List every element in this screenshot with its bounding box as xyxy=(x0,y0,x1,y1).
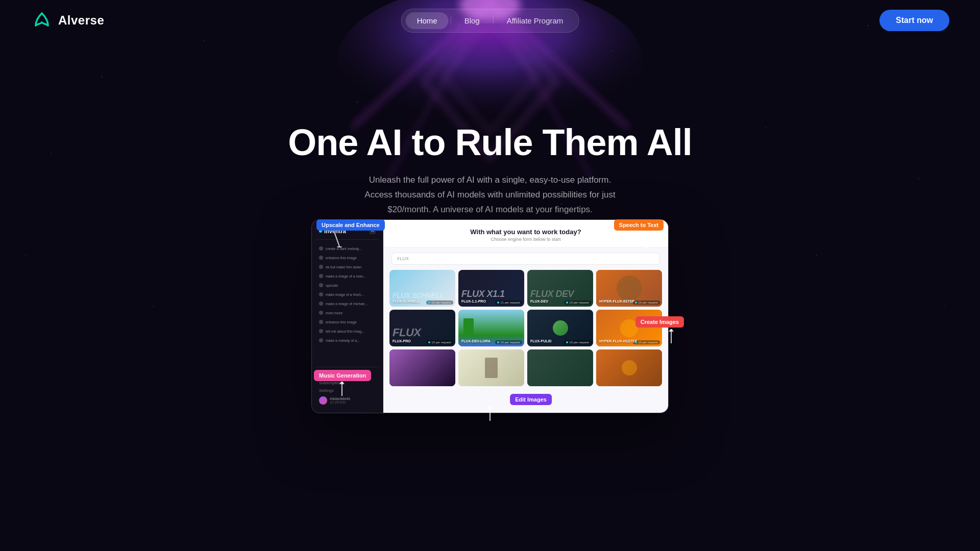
hero-subtitle: Unleash the full power of AI with a sing… xyxy=(362,173,618,217)
model-grid: FLUX SCHNELL FLUX-SCHNELL 10 per request… xyxy=(383,270,668,392)
chat-icon xyxy=(319,246,323,251)
sidebar-item[interactable]: upscale xyxy=(316,282,379,289)
chat-icon xyxy=(319,265,323,269)
search-input[interactable]: FLUX xyxy=(391,253,660,265)
sidebar-item[interactable]: create a dark melody... xyxy=(316,245,379,252)
svg-marker-11 xyxy=(669,329,674,332)
chat-icon xyxy=(319,338,323,342)
model-card-row3c[interactable] xyxy=(527,349,593,386)
nav-divider-1 xyxy=(451,16,451,24)
model-card-flux-11-pro[interactable]: FLUX X1.1 FLUX-1.1-PRO 11 per request xyxy=(458,270,524,307)
sidebar-item[interactable]: make image of a fresh... xyxy=(316,291,379,298)
badge-upscale: Upscale and Enhance xyxy=(316,219,385,231)
svg-marker-9 xyxy=(643,246,648,247)
chat-icon xyxy=(319,320,323,324)
chat-icon xyxy=(319,256,323,260)
app-sidebar: inventra create a dark melody... enhance… xyxy=(312,220,383,413)
app-main-subtitle: Choose engine form below to start xyxy=(394,237,658,242)
chat-icon xyxy=(319,292,323,296)
nav-links: Home Blog Affiliate Program xyxy=(401,9,579,33)
chat-icon xyxy=(319,311,323,315)
badge-arrow-create xyxy=(666,329,676,344)
badge-edit-images: Edit Images xyxy=(510,394,552,405)
nav-blog[interactable]: Blog xyxy=(453,12,491,29)
chat-icon xyxy=(319,274,323,278)
model-card-flux-dev[interactable]: FLUX DEV FLUX-DEV 10 per request xyxy=(527,270,593,307)
model-card-flux-pro[interactable]: FLUX FLUX-PRO 10 per request xyxy=(389,310,455,346)
sidebar-item[interactable]: even more xyxy=(316,309,379,316)
start-now-button[interactable]: Start now xyxy=(879,10,949,31)
badge-speech: Speech to Text xyxy=(614,219,664,231)
badge-arrow-edit xyxy=(485,407,495,422)
chat-icon xyxy=(319,302,323,306)
sidebar-item[interactable]: tell me about this imag... xyxy=(316,328,379,335)
sidebar-item[interactable]: enhance this image xyxy=(316,254,379,261)
model-card-hyper-flux-hist[interactable]: HYPER-FLUX-H1STEP 10 per request xyxy=(596,310,662,346)
badge-arrow-upscale xyxy=(334,232,345,247)
model-card-flux-dev-lora[interactable]: FLUX-DEV-LORA 10 per request xyxy=(458,310,524,346)
app-main: With what you want to work today? Choose… xyxy=(383,220,668,413)
sidebar-item[interactable]: enhance this image xyxy=(316,318,379,325)
badge-music: Music Generation xyxy=(314,370,371,381)
sidebar-item[interactable]: ok but make him asian xyxy=(316,263,379,270)
logo[interactable]: Alverse xyxy=(31,9,104,32)
sidebar-settings[interactable]: Settings xyxy=(316,387,379,394)
logo-text: Alverse xyxy=(58,13,104,28)
model-card-row3d[interactable] xyxy=(596,349,662,386)
svg-marker-13 xyxy=(339,382,345,384)
sidebar-item[interactable]: make a melody of a... xyxy=(316,337,379,344)
chat-icon xyxy=(319,329,323,333)
badge-arrow-speech xyxy=(641,232,651,247)
user-avatar xyxy=(319,396,327,405)
model-card-flux-pulid[interactable]: FLUX-PULID 10 per request xyxy=(527,310,593,346)
app-preview: inventra create a dark melody... enhance… xyxy=(311,219,669,413)
badge-arrow-music xyxy=(337,382,347,397)
sidebar-user: #dolac8de4b 10 25/100 xyxy=(316,394,379,407)
model-card-flux-schnell[interactable]: FLUX SCHNELL FLUX-SCHNELL 10 per request xyxy=(389,270,455,307)
logo-icon xyxy=(31,9,53,32)
svg-marker-7 xyxy=(337,246,342,247)
model-card-hyper-flux[interactable]: HYPER-FLUX-8STEP 10 per request xyxy=(596,270,662,307)
user-info: #dolac8de4b 10 25/100 xyxy=(330,397,350,404)
model-card-row3a[interactable] xyxy=(389,349,455,386)
model-card-row3b[interactable] xyxy=(458,349,524,386)
sidebar-item[interactable]: make a image of michae... xyxy=(316,300,379,307)
svg-line-6 xyxy=(334,232,339,246)
hero-title: One AI to Rule Them All xyxy=(288,122,692,163)
svg-marker-15 xyxy=(487,407,493,409)
nav-divider-2 xyxy=(493,16,494,24)
chat-icon xyxy=(319,283,323,287)
nav-affiliate[interactable]: Affiliate Program xyxy=(496,12,575,29)
badge-create-images: Create Images xyxy=(635,316,684,328)
sidebar-item[interactable]: make a image of a man... xyxy=(316,272,379,280)
navbar: Alverse Home Blog Affiliate Program Star… xyxy=(0,0,980,41)
nav-home[interactable]: Home xyxy=(406,12,449,29)
